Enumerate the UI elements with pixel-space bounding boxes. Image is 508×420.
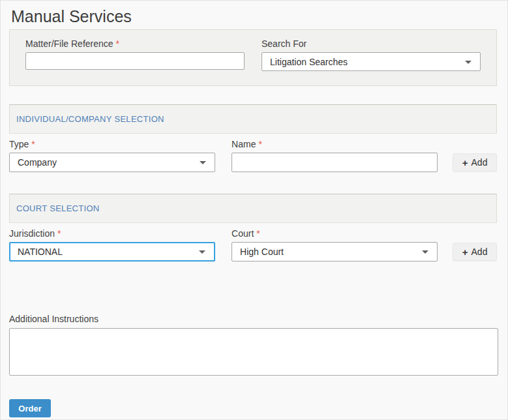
court-selection-heading: COURT SELECTION [16,203,100,213]
name-label: Name* [232,140,438,149]
plus-icon: + [462,247,468,257]
jurisdiction-field: Jurisdiction* NATIONAL [9,229,215,262]
add-court-button[interactable]: +Add [453,243,497,261]
search-for-label: Search For [261,39,481,49]
court-selection-row: Jurisdiction* NATIONAL Court* High Court… [9,229,497,262]
chevron-down-icon [465,61,471,64]
chevron-down-icon [422,250,428,254]
matter-file-reference-label: Matter/File Reference* [25,39,245,49]
court-select[interactable]: High Court [232,242,438,262]
add-name-button[interactable]: +Add [453,153,497,172]
additional-instructions-textarea[interactable] [9,328,498,376]
individual-company-heading: INDIVIDUAL/COMPANY SELECTION [16,114,164,124]
type-value: Company [18,157,57,168]
search-for-value: Litigation Searches [270,57,348,67]
type-field: Type* Company [9,140,215,172]
required-asterisk: * [116,38,119,49]
court-field: Court* High Court [232,229,438,262]
type-select[interactable]: Company [9,153,215,172]
add-name-button-label: Add [471,157,488,168]
court-label: Court* [232,229,438,239]
type-label: Type* [9,140,215,149]
reference-panel: Matter/File Reference* Search For Litiga… [9,29,497,86]
individual-company-row: Type* Company Name* +Add [9,140,497,172]
matter-file-reference-field: Matter/File Reference* [25,39,245,76]
order-button[interactable]: Order [9,399,51,417]
required-asterisk: * [31,139,35,149]
required-asterisk: * [258,139,261,149]
chevron-down-icon [199,250,205,254]
manual-services-page: Manual Services Matter/File Reference* S… [1,7,507,417]
individual-company-section-header: INDIVIDUAL/COMPANY SELECTION [9,104,497,134]
name-field: Name* [232,140,438,172]
additional-instructions-label: Additional Instructions [9,314,497,324]
court-value: High Court [240,247,284,257]
name-input[interactable] [232,153,438,172]
jurisdiction-label: Jurisdiction* [9,229,215,239]
required-asterisk: * [256,228,260,239]
search-for-field: Search For Litigation Searches [261,39,481,76]
jurisdiction-value: NATIONAL [18,247,63,257]
required-asterisk: * [57,228,61,239]
matter-file-reference-input[interactable] [25,52,245,70]
plus-icon: + [462,158,468,168]
chevron-down-icon [200,161,206,164]
search-for-select[interactable]: Litigation Searches [261,52,481,71]
jurisdiction-select[interactable]: NATIONAL [9,242,215,262]
page-title: Manual Services [11,7,497,25]
court-selection-section-header: COURT SELECTION [9,194,497,223]
add-court-button-label: Add [471,247,488,257]
